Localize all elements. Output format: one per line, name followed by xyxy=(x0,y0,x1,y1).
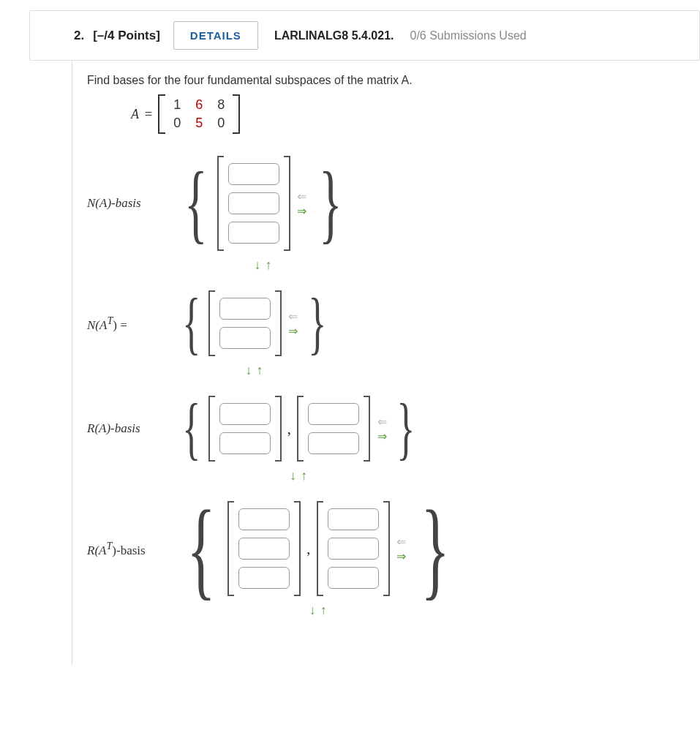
left-brace-icon: { xyxy=(182,406,200,451)
matrix-definition: A = 1 6 8 0 5 0 xyxy=(131,94,685,134)
question-reference: LARLINALG8 5.4.021. xyxy=(274,29,394,42)
matrix-cell-input[interactable] xyxy=(228,192,279,214)
details-button[interactable]: DETAILS xyxy=(173,21,258,50)
matrix-cell-input[interactable] xyxy=(219,432,271,454)
add-row-icon[interactable]: ↓ xyxy=(290,468,296,483)
nat-basis-block: N(AT) = { ⇐ ⇒ xyxy=(87,290,685,356)
matrix-cell: 1 xyxy=(170,97,184,113)
question-body: Find bases for the four fundamental subs… xyxy=(72,61,700,665)
equals-sign: = xyxy=(145,107,152,122)
matrix-cell-input[interactable] xyxy=(238,538,290,560)
remove-column-icon[interactable]: ⇐ xyxy=(375,416,389,426)
prompt-text: Find bases for the four fundamental subs… xyxy=(87,74,685,87)
matrix-cell-input[interactable] xyxy=(238,567,290,589)
matrix-cell: 8 xyxy=(214,97,228,113)
matrix-cell: 6 xyxy=(192,97,206,113)
remove-row-icon[interactable]: ↑ xyxy=(257,363,263,378)
remove-column-icon[interactable]: ⇐ xyxy=(286,311,301,321)
matrix-cell-input[interactable] xyxy=(228,163,279,185)
vector-input xyxy=(297,396,370,462)
add-column-icon[interactable]: ⇒ xyxy=(375,431,389,441)
vector-separator: , xyxy=(306,539,311,558)
matrix-cell: 0 xyxy=(214,116,228,131)
na-basis-block: N(A)-basis { ⇐ xyxy=(87,156,685,251)
vector-input xyxy=(217,156,290,251)
matrix-cell-input[interactable] xyxy=(328,538,379,560)
matrix-cell: 0 xyxy=(170,116,184,131)
matrix-cell-input[interactable] xyxy=(238,508,290,530)
matrix-cell-input[interactable] xyxy=(219,327,271,349)
matrix-cell-input[interactable] xyxy=(308,403,359,425)
vector-input xyxy=(208,290,282,356)
left-brace-icon: { xyxy=(184,175,208,232)
remove-row-icon[interactable]: ↑ xyxy=(320,603,327,618)
matrix-cell-input[interactable] xyxy=(228,222,279,244)
nat-basis-label: N(AT) = xyxy=(87,315,175,333)
remove-row-icon[interactable]: ↑ xyxy=(266,257,272,273)
matrix-cell-input[interactable] xyxy=(328,567,379,589)
matrix-label: A xyxy=(131,107,139,122)
left-brace-icon: { xyxy=(187,515,216,583)
add-column-icon[interactable]: ⇒ xyxy=(394,551,409,561)
add-column-icon[interactable]: ⇒ xyxy=(295,206,309,216)
remove-column-icon[interactable]: ⇐ xyxy=(295,191,309,201)
question-header: 2. [–/4 Points] DETAILS LARLINALG8 5.4.0… xyxy=(29,10,700,61)
matrix-cell-input[interactable] xyxy=(219,403,271,425)
na-basis-label: N(A)-basis xyxy=(87,196,175,211)
right-brace-icon: } xyxy=(396,406,415,451)
add-row-icon[interactable]: ↓ xyxy=(246,363,252,378)
matrix-a: 1 6 8 0 5 0 xyxy=(158,94,240,134)
matrix-cell-input[interactable] xyxy=(219,298,271,320)
submissions-used: 0/6 Submissions Used xyxy=(410,29,526,42)
remove-column-icon[interactable]: ⇐ xyxy=(394,536,409,546)
remove-row-icon[interactable]: ↑ xyxy=(301,468,307,483)
vector-input xyxy=(208,396,282,462)
right-brace-icon: } xyxy=(319,175,342,232)
right-brace-icon: } xyxy=(308,301,326,346)
left-brace-icon: { xyxy=(182,301,200,346)
vector-separator: , xyxy=(287,419,292,438)
right-brace-icon: } xyxy=(421,515,450,583)
matrix-cell-input[interactable] xyxy=(328,508,379,530)
matrix-cell-input[interactable] xyxy=(308,432,359,454)
vector-input xyxy=(227,501,301,596)
points-label: [–/4 Points] xyxy=(93,29,160,43)
add-column-icon[interactable]: ⇒ xyxy=(286,325,301,336)
rat-basis-block: R(AT)-basis { , xyxy=(87,501,685,596)
add-row-icon[interactable]: ↓ xyxy=(255,257,261,273)
question-number: 2. xyxy=(74,29,84,43)
vector-input xyxy=(317,501,390,596)
rat-basis-label: R(AT)-basis xyxy=(87,540,175,558)
ra-basis-label: R(A)-basis xyxy=(87,421,175,436)
ra-basis-block: R(A)-basis { , xyxy=(87,396,685,462)
add-row-icon[interactable]: ↓ xyxy=(309,603,316,618)
matrix-cell: 5 xyxy=(192,116,206,131)
